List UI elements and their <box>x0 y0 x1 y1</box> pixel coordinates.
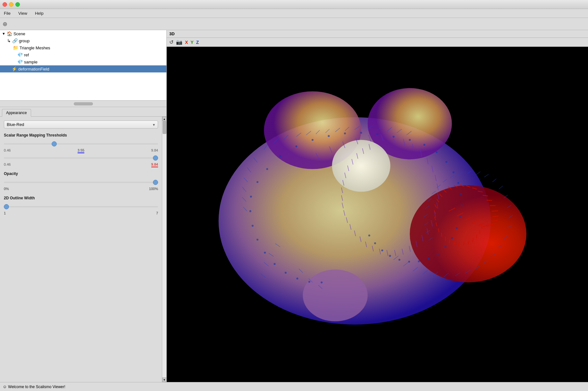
svg-point-3 <box>332 140 390 192</box>
slider2-max: 9.84 <box>151 162 158 166</box>
scroll-thumb <box>163 121 166 134</box>
maximize-button[interactable] <box>15 2 20 7</box>
outline-width-group: 2D Outline Width 1 7 <box>4 196 158 215</box>
menu-help[interactable]: Help <box>34 10 45 16</box>
scroll-up-button[interactable]: ▲ <box>162 117 167 121</box>
slider1-min: 0.46 <box>4 148 11 152</box>
outline-width-label: 2D Outline Width <box>4 196 158 200</box>
tree-item-sample[interactable]: 💎 sample <box>0 58 166 65</box>
axis-z-button[interactable]: Z <box>196 40 199 45</box>
tree-item-scene[interactable]: ▼ 🏠 Scene <box>0 30 166 37</box>
3d-mesh-svg <box>167 47 588 382</box>
close-button[interactable] <box>3 2 7 7</box>
main-content: ▼ 🏠 Scene ↳ 🔗 group 📁 Triangle Meshes <box>0 30 588 382</box>
slider1-current: 3.55 <box>78 148 84 153</box>
opacity-labels: 0% 100% <box>4 187 158 191</box>
outline-width-labels: 1 7 <box>4 211 158 215</box>
outline-min-label: 1 <box>4 211 6 215</box>
svg-point-69 <box>328 135 330 137</box>
opacity-label: Opacity <box>4 171 158 176</box>
svg-point-100 <box>428 258 430 260</box>
svg-point-101 <box>418 261 420 262</box>
properties-panel: Blue-Red Red-Blue Grayscale Hot Cool ▼ S… <box>0 117 166 382</box>
slider1-labels: 0.46 3.55 9.84 <box>4 148 158 152</box>
menu-view[interactable]: View <box>17 10 29 16</box>
tree-label-deformation: deformationField <box>18 67 49 71</box>
menu-file[interactable]: File <box>3 10 12 16</box>
slider1-value: 3.55 <box>78 148 84 152</box>
scalar-min-slider[interactable] <box>4 141 158 147</box>
svg-point-87 <box>409 139 411 141</box>
slider2-min: 0.46 <box>4 162 11 166</box>
svg-point-85 <box>308 281 310 283</box>
svg-point-67 <box>295 146 297 147</box>
svg-line-181 <box>449 240 449 244</box>
tree-item-deformation-field[interactable]: ⚡ deformationField <box>0 65 166 72</box>
group-link-icon: 🔗 <box>12 38 18 43</box>
svg-point-105 <box>381 249 383 251</box>
group-icon: ↳ <box>7 38 11 43</box>
diamond-icon-sample: 💎 <box>17 59 23 64</box>
svg-point-94 <box>461 204 463 206</box>
left-panel-inner: ▼ 🏠 Scene ↳ 🔗 group 📁 Triangle Meshes <box>0 30 166 382</box>
tree-item-ref[interactable]: 💎 ref <box>0 51 166 58</box>
axis-y-button[interactable]: Y <box>190 40 193 45</box>
tab-bar: Appearance <box>0 107 166 117</box>
scalar-range-label: Scalar Range Mapping Thresholds <box>4 133 158 137</box>
horizontal-scrollbar[interactable] <box>0 101 166 107</box>
scalar-max-slider[interactable] <box>4 155 158 161</box>
slider2-labels: 0.46 9.84 <box>4 162 158 166</box>
svg-point-88 <box>424 144 425 146</box>
svg-point-83 <box>285 272 287 274</box>
menu-bar: File View Help <box>0 9 588 18</box>
svg-point-70 <box>344 132 346 134</box>
tree-item-triangle-meshes[interactable]: 📁 Triangle Meshes <box>0 44 166 51</box>
svg-point-93 <box>460 193 462 195</box>
svg-point-104 <box>389 255 391 257</box>
viewport-canvas[interactable] <box>167 47 588 382</box>
viewport-toolbar: ↺ 📷 X Y Z <box>167 38 588 47</box>
tree-label-sample: sample <box>24 60 38 64</box>
svg-point-92 <box>458 182 459 184</box>
svg-point-72 <box>376 133 378 135</box>
svg-line-161 <box>492 211 498 211</box>
undo-button[interactable]: ↺ <box>169 39 173 45</box>
svg-point-89 <box>436 151 438 153</box>
svg-point-82 <box>274 263 276 265</box>
outline-width-slider[interactable] <box>4 204 158 210</box>
minimize-button[interactable] <box>9 2 13 7</box>
toolbar: ⊕ <box>0 18 588 30</box>
svg-point-81 <box>264 252 266 254</box>
svg-line-163 <box>487 200 492 201</box>
svg-point-97 <box>451 237 453 239</box>
tab-appearance[interactable]: Appearance <box>2 109 31 117</box>
status-message: Welcome to the Scalismo Viewer! <box>8 385 65 389</box>
colormap-dropdown-container: Blue-Red Red-Blue Grayscale Hot Cool ▼ <box>4 121 158 129</box>
move-tool-icon[interactable]: ⊕ <box>3 21 7 28</box>
svg-point-86 <box>321 281 323 283</box>
scene-home-icon: 🏠 <box>7 31 12 36</box>
scroll-down-button[interactable]: ▼ <box>162 378 167 382</box>
opacity-group: Opacity 0% 100% <box>4 171 158 191</box>
axis-x-button[interactable]: X <box>185 40 188 45</box>
tree-label-meshes: Triangle Meshes <box>20 46 50 50</box>
svg-line-54 <box>476 172 480 175</box>
svg-point-84 <box>296 278 298 279</box>
svg-line-53 <box>484 174 489 177</box>
properties-content: Blue-Red Red-Blue Grayscale Hot Cool ▼ S… <box>0 117 162 382</box>
smiley-icon: ☺ <box>3 384 7 389</box>
colormap-dropdown[interactable]: Blue-Red Red-Blue Grayscale Hot Cool <box>4 121 158 129</box>
vertical-scrollbar[interactable]: ▲ ▼ <box>162 117 166 382</box>
camera-button[interactable]: 📷 <box>176 39 182 45</box>
viewport-3d-label: 3D <box>167 30 588 38</box>
left-panel: ▼ 🏠 Scene ↳ 🔗 group 📁 Triangle Meshes <box>0 30 167 382</box>
tree-item-group[interactable]: ↳ 🔗 group <box>0 37 166 44</box>
scroll-track <box>162 121 166 378</box>
diamond-icon-ref: 💎 <box>17 52 23 57</box>
svg-line-179 <box>441 233 442 237</box>
status-bar: ☺ Welcome to the Scalismo Viewer! <box>0 382 588 391</box>
opacity-slider[interactable] <box>4 179 158 186</box>
svg-point-75 <box>266 168 268 170</box>
svg-line-189 <box>482 225 482 229</box>
svg-point-90 <box>445 161 447 163</box>
